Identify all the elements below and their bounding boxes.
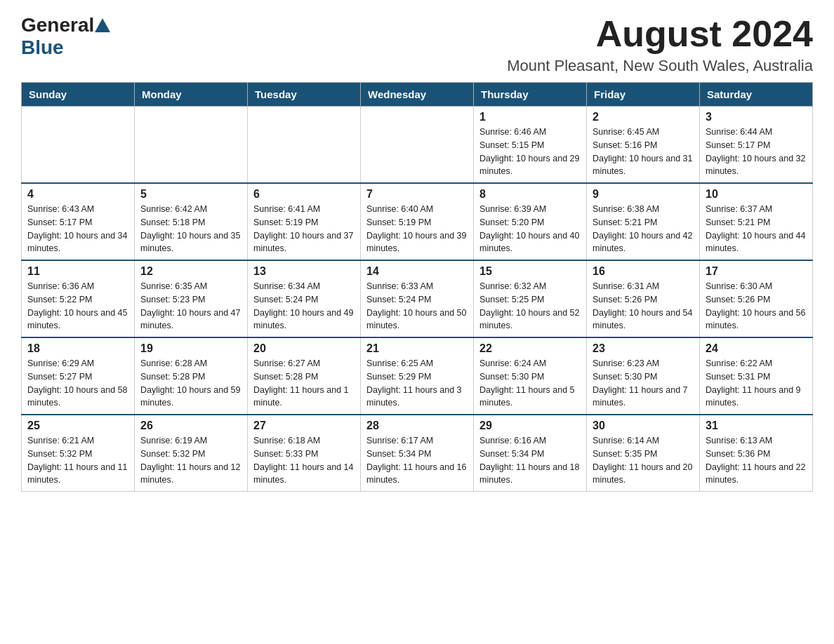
day-info: Sunrise: 6:45 AMSunset: 5:16 PMDaylight:…	[593, 126, 694, 178]
calendar-cell: 3Sunrise: 6:44 AMSunset: 5:17 PMDaylight…	[700, 107, 813, 184]
day-number: 6	[253, 188, 355, 201]
day-info: Sunrise: 6:18 AMSunset: 5:33 PMDaylight:…	[253, 434, 355, 487]
calendar-cell: 27Sunrise: 6:18 AMSunset: 5:33 PMDayligh…	[248, 415, 361, 492]
calendar-header-row: SundayMondayTuesdayWednesdayThursdayFrid…	[22, 83, 813, 107]
day-number: 1	[479, 111, 581, 123]
day-number: 15	[479, 265, 581, 278]
calendar-cell	[248, 107, 361, 184]
day-number: 4	[27, 188, 128, 201]
day-number: 31	[706, 420, 807, 432]
weekday-header-sunday: Sunday	[22, 83, 135, 107]
logo-blue-text: Blue	[21, 36, 64, 58]
weekday-header-thursday: Thursday	[474, 83, 587, 107]
calendar-cell: 14Sunrise: 6:33 AMSunset: 5:24 PMDayligh…	[361, 260, 474, 337]
day-info: Sunrise: 6:37 AMSunset: 5:21 PMDaylight:…	[706, 203, 807, 255]
calendar-cell: 16Sunrise: 6:31 AMSunset: 5:26 PMDayligh…	[587, 260, 700, 337]
day-info: Sunrise: 6:19 AMSunset: 5:32 PMDaylight:…	[140, 434, 241, 487]
day-info: Sunrise: 6:25 AMSunset: 5:29 PMDaylight:…	[366, 357, 468, 410]
day-number: 17	[706, 265, 807, 278]
day-info: Sunrise: 6:31 AMSunset: 5:26 PMDaylight:…	[593, 280, 694, 333]
calendar-cell: 28Sunrise: 6:17 AMSunset: 5:34 PMDayligh…	[361, 415, 474, 492]
day-info: Sunrise: 6:39 AMSunset: 5:20 PMDaylight:…	[479, 203, 581, 255]
calendar-week-row: 18Sunrise: 6:29 AMSunset: 5:27 PMDayligh…	[22, 337, 813, 415]
day-info: Sunrise: 6:13 AMSunset: 5:36 PMDaylight:…	[706, 434, 807, 487]
logo-icon	[95, 18, 110, 32]
calendar-cell: 15Sunrise: 6:32 AMSunset: 5:25 PMDayligh…	[474, 260, 587, 337]
day-number: 16	[593, 265, 694, 278]
month-title: August 2024	[507, 14, 813, 54]
calendar-cell: 24Sunrise: 6:22 AMSunset: 5:31 PMDayligh…	[700, 337, 813, 415]
calendar-cell: 31Sunrise: 6:13 AMSunset: 5:36 PMDayligh…	[700, 415, 813, 492]
day-number: 27	[253, 420, 355, 432]
calendar-cell: 2Sunrise: 6:45 AMSunset: 5:16 PMDaylight…	[587, 107, 700, 184]
day-number: 30	[593, 420, 694, 432]
header-right: August 2024 Mount Pleasant, New South Wa…	[507, 14, 813, 75]
calendar-cell: 13Sunrise: 6:34 AMSunset: 5:24 PMDayligh…	[248, 260, 361, 337]
calendar-cell	[361, 107, 474, 184]
calendar-cell: 8Sunrise: 6:39 AMSunset: 5:20 PMDaylight…	[474, 183, 587, 260]
calendar-cell: 22Sunrise: 6:24 AMSunset: 5:30 PMDayligh…	[474, 337, 587, 415]
day-info: Sunrise: 6:34 AMSunset: 5:24 PMDaylight:…	[253, 280, 355, 333]
calendar-cell: 30Sunrise: 6:14 AMSunset: 5:35 PMDayligh…	[587, 415, 700, 492]
day-info: Sunrise: 6:16 AMSunset: 5:34 PMDaylight:…	[479, 434, 581, 487]
day-number: 8	[479, 188, 581, 201]
weekday-header-saturday: Saturday	[700, 83, 813, 107]
day-info: Sunrise: 6:40 AMSunset: 5:19 PMDaylight:…	[366, 203, 468, 255]
calendar-cell: 17Sunrise: 6:30 AMSunset: 5:26 PMDayligh…	[700, 260, 813, 337]
calendar-cell: 25Sunrise: 6:21 AMSunset: 5:32 PMDayligh…	[22, 415, 135, 492]
day-info: Sunrise: 6:24 AMSunset: 5:30 PMDaylight:…	[479, 357, 581, 410]
day-number: 10	[706, 188, 807, 201]
day-number: 25	[27, 420, 128, 432]
day-info: Sunrise: 6:46 AMSunset: 5:15 PMDaylight:…	[479, 126, 581, 178]
day-info: Sunrise: 6:36 AMSunset: 5:22 PMDaylight:…	[27, 280, 128, 333]
calendar-week-row: 25Sunrise: 6:21 AMSunset: 5:32 PMDayligh…	[22, 415, 813, 492]
calendar-cell: 18Sunrise: 6:29 AMSunset: 5:27 PMDayligh…	[22, 337, 135, 415]
weekday-header-wednesday: Wednesday	[361, 83, 474, 107]
day-info: Sunrise: 6:21 AMSunset: 5:32 PMDaylight:…	[27, 434, 128, 487]
calendar-cell: 10Sunrise: 6:37 AMSunset: 5:21 PMDayligh…	[700, 183, 813, 260]
calendar-table: SundayMondayTuesdayWednesdayThursdayFrid…	[21, 82, 813, 492]
day-number: 2	[593, 111, 694, 123]
day-number: 12	[140, 265, 241, 278]
day-number: 14	[366, 265, 468, 278]
weekday-header-tuesday: Tuesday	[248, 83, 361, 107]
day-number: 18	[27, 342, 128, 355]
day-number: 29	[479, 420, 581, 432]
day-info: Sunrise: 6:30 AMSunset: 5:26 PMDaylight:…	[706, 280, 807, 333]
weekday-header-friday: Friday	[587, 83, 700, 107]
day-info: Sunrise: 6:32 AMSunset: 5:25 PMDaylight:…	[479, 280, 581, 333]
day-info: Sunrise: 6:17 AMSunset: 5:34 PMDaylight:…	[366, 434, 468, 487]
day-info: Sunrise: 6:38 AMSunset: 5:21 PMDaylight:…	[593, 203, 694, 255]
logo: General Blue	[21, 14, 111, 59]
calendar-cell: 4Sunrise: 6:43 AMSunset: 5:17 PMDaylight…	[22, 183, 135, 260]
day-number: 13	[253, 265, 355, 278]
day-number: 3	[706, 111, 807, 123]
day-info: Sunrise: 6:44 AMSunset: 5:17 PMDaylight:…	[706, 126, 807, 178]
day-number: 19	[140, 342, 241, 355]
calendar-cell: 23Sunrise: 6:23 AMSunset: 5:30 PMDayligh…	[587, 337, 700, 415]
calendar-cell	[22, 107, 135, 184]
day-info: Sunrise: 6:43 AMSunset: 5:17 PMDaylight:…	[27, 203, 128, 255]
day-info: Sunrise: 6:41 AMSunset: 5:19 PMDaylight:…	[253, 203, 355, 255]
day-info: Sunrise: 6:14 AMSunset: 5:35 PMDaylight:…	[593, 434, 694, 487]
day-info: Sunrise: 6:22 AMSunset: 5:31 PMDaylight:…	[706, 357, 807, 410]
calendar-cell: 7Sunrise: 6:40 AMSunset: 5:19 PMDaylight…	[361, 183, 474, 260]
day-info: Sunrise: 6:29 AMSunset: 5:27 PMDaylight:…	[27, 357, 128, 410]
day-number: 22	[479, 342, 581, 355]
calendar-cell: 26Sunrise: 6:19 AMSunset: 5:32 PMDayligh…	[135, 415, 248, 492]
calendar-cell: 5Sunrise: 6:42 AMSunset: 5:18 PMDaylight…	[135, 183, 248, 260]
calendar-cell: 6Sunrise: 6:41 AMSunset: 5:19 PMDaylight…	[248, 183, 361, 260]
day-info: Sunrise: 6:35 AMSunset: 5:23 PMDaylight:…	[140, 280, 241, 333]
day-info: Sunrise: 6:23 AMSunset: 5:30 PMDaylight:…	[593, 357, 694, 410]
day-number: 23	[593, 342, 694, 355]
day-number: 11	[27, 265, 128, 278]
svg-marker-0	[95, 18, 110, 32]
calendar-week-row: 4Sunrise: 6:43 AMSunset: 5:17 PMDaylight…	[22, 183, 813, 260]
calendar-cell: 12Sunrise: 6:35 AMSunset: 5:23 PMDayligh…	[135, 260, 248, 337]
page-header: General Blue August 2024 Mount Pleasant,…	[21, 14, 813, 75]
calendar-cell: 21Sunrise: 6:25 AMSunset: 5:29 PMDayligh…	[361, 337, 474, 415]
calendar-cell: 1Sunrise: 6:46 AMSunset: 5:15 PMDaylight…	[474, 107, 587, 184]
calendar-cell: 19Sunrise: 6:28 AMSunset: 5:28 PMDayligh…	[135, 337, 248, 415]
day-number: 9	[593, 188, 694, 201]
calendar-cell	[135, 107, 248, 184]
